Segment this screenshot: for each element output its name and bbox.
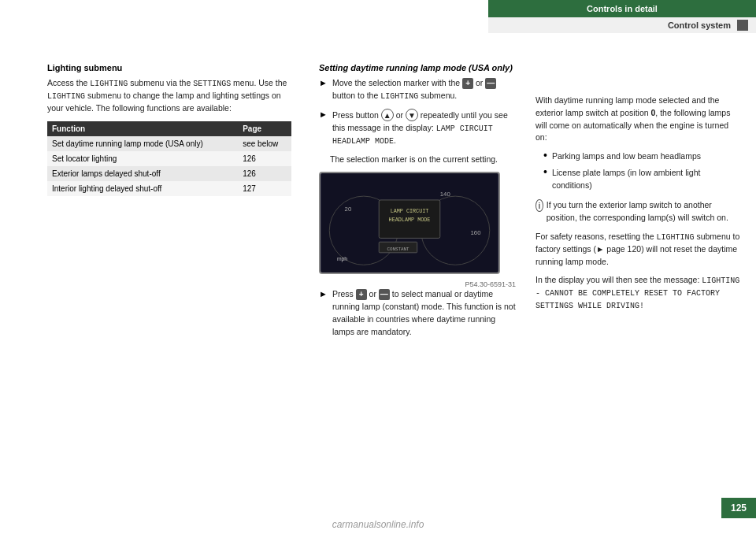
bullet-1-text: Parking lamps and low beam headlamps [552,150,701,163]
section-title: Control system [668,20,731,30]
lighting-mono-1: LIGHTING [90,80,128,88]
info-block: i If you turn the exterior lamp switch t… [536,199,740,224]
table-cell-page: 127 [238,181,291,196]
plus-button-icon: + [462,78,473,89]
table-cell-function: Exterior lamps delayed shut-off [47,166,238,181]
bullet-dot-1: • [543,149,547,161]
bullet-2-text: License plate lamps (in low ambient ligh… [552,167,740,192]
up-button-icon: ▲ [381,109,394,121]
position-zero: 0 [650,108,655,117]
mid-column: Setting daytime running lamp mode (USA o… [307,47,528,502]
mid-section-title: Setting daytime running lamp mode (USA o… [319,63,516,72]
image-caption: P54.30-6591-31 [319,280,516,288]
step-3-text: Press + or — to select manual or daytime… [332,288,516,338]
plus-button-icon-2: + [356,289,367,300]
table-row: Set locator lighting126 [47,151,291,166]
intro-paragraph: Access the LIGHTING submenu via the SETT… [47,77,291,115]
main-content: Lighting submenu Access the LIGHTING sub… [0,47,756,502]
safety-text: For safety reasons, resetting the LIGHTI… [536,231,740,269]
settings-mono: SETTINGS [193,80,231,88]
table-row: Interior lighting delayed shut-off127 [47,181,291,196]
minus-button-icon-1: — [485,78,496,89]
table-cell-function: Set locator lighting [47,151,238,166]
lighting-mono-2: LIGHTING [47,92,85,101]
section-block-icon [737,20,748,31]
svg-text:160: 160 [471,229,481,236]
minus-button-icon-2: — [379,289,390,300]
instrument-cluster-image: mph 20 140 160 LAMP CIRCUIT HEADLAMP MOD… [319,172,500,274]
left-column: Lighting submenu Access the LIGHTING sub… [0,47,307,502]
step-2-text: Press button ▲ or ▼ repeatedly until you… [332,109,516,147]
table-cell-page: see below [238,136,291,151]
table-row: Set daytime running lamp mode (USA only)… [47,136,291,151]
info-icon: i [536,199,543,212]
step-1-text: Move the selection marker with the + or … [332,77,516,102]
bullet-2: • License plate lamps (in low ambient li… [536,167,740,192]
step-2-note: The selection marker is on the current s… [319,154,516,166]
svg-text:20: 20 [345,206,352,213]
header-area: Controls in detail Control system [488,0,756,33]
table-cell-page: 126 [238,166,291,181]
arrow-icon-2: ► [319,109,328,119]
col-page-header: Page [238,121,291,136]
down-button-icon: ▼ [406,109,418,121]
lighting-mono-3: LIGHTING [380,92,418,101]
gauge-svg: mph 20 140 160 LAMP CIRCUIT HEADLAMP MOD… [321,173,498,273]
bullet-1: • Parking lamps and low beam headlamps [536,150,740,163]
step-1: ► Move the selection marker with the + o… [319,77,516,102]
watermark: carmanualsonline.info [332,519,424,530]
chapter-title: Controls in detail [488,0,756,17]
step-3: ► Press + or — to select manual or dayti… [319,288,516,338]
table-cell-function: Set daytime running lamp mode (USA only) [47,136,238,151]
svg-text:mph: mph [337,257,347,263]
arrow-icon-3: ► [319,289,328,299]
info-text: If you turn the exterior lamp switch to … [547,199,740,224]
factory-reset-mono: LIGHTING - CANNOT BE COMPLETELY RESET TO… [536,276,739,310]
svg-text:HEADLAMP MODE: HEADLAMP MODE [389,217,431,223]
display-text: In the display you will then see the mes… [536,274,740,312]
table-cell-page: 126 [238,151,291,166]
step-2: ► Press button ▲ or ▼ repeatedly until y… [319,109,516,147]
table-row: Exterior lamps delayed shut-off126 [47,166,291,181]
bullet-dot-2: • [543,165,547,178]
page-number: 125 [721,498,756,518]
section-header: Control system [488,17,756,33]
arrow-icon-1: ► [319,78,328,87]
svg-text:LAMP CIRCUIT: LAMP CIRCUIT [391,209,429,215]
table-cell-function: Interior lighting delayed shut-off [47,181,238,196]
lighting-mono-4: LIGHTING [657,233,695,242]
functions-table: Function Page Set daytime running lamp m… [47,121,291,196]
lighting-submenu-title: Lighting submenu [47,63,291,72]
col-function-header: Function [47,121,238,136]
svg-text:140: 140 [440,191,450,198]
right-intro: With daytime running lamp mode selected … [536,95,740,144]
lamp-circuit-mono: LAMP CIRCUIT HEADLAMP MODE [332,124,493,146]
right-column: With daytime running lamp mode selected … [528,47,756,502]
svg-text:CONSTANT: CONSTANT [387,247,410,252]
